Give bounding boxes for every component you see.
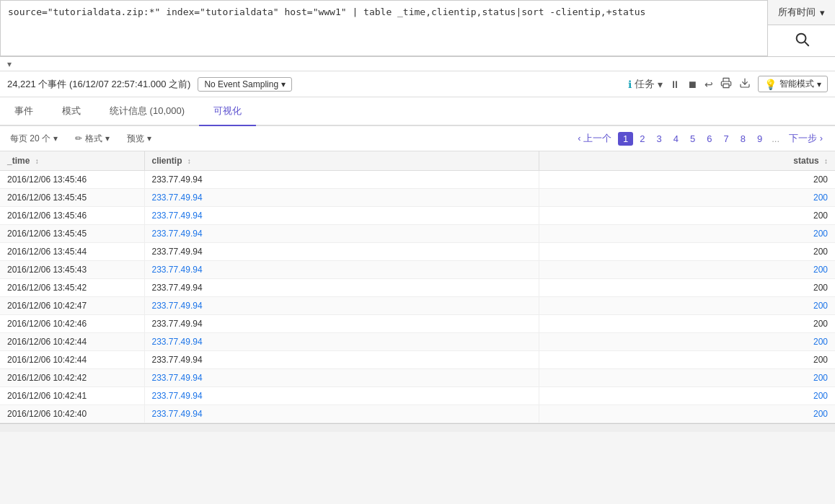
expand-arrow-icon[interactable]: ▾ (7, 59, 12, 69)
download-button[interactable] (739, 77, 751, 91)
cell-clientip: 233.77.49.94 (144, 315, 539, 333)
page-dots: ... (769, 132, 782, 146)
cell-time: 2016/12/06 13:45:44 (0, 243, 144, 261)
cell-status: 200 (539, 207, 835, 225)
cell-status: 200 (539, 261, 835, 279)
print-button[interactable] (720, 77, 732, 91)
page-6-button[interactable]: 6 (702, 132, 717, 146)
cell-clientip[interactable]: 233.77.49.94 (144, 369, 539, 387)
pause-button[interactable]: ⏸ (670, 79, 680, 90)
page-7-button[interactable]: 7 (718, 132, 733, 146)
cell-status: 200 (539, 243, 835, 261)
cell-time: 2016/12/06 13:45:46 (0, 171, 144, 189)
cell-clientip[interactable]: 233.77.49.94 (144, 387, 539, 405)
tab-events[interactable]: 事件 (0, 97, 48, 126)
stop-button[interactable]: ⏹ (687, 79, 697, 90)
tab-visualization[interactable]: 可视化 (199, 97, 256, 126)
status-bar: 24,221 个事件 (16/12/07 22:57:41.000 之前) No… (0, 71, 835, 97)
tasks-chevron-icon: ▾ (658, 79, 663, 90)
bulb-icon: 💡 (764, 79, 777, 90)
preview-button[interactable]: 预览 ▾ (124, 131, 154, 146)
search-button[interactable] (768, 25, 835, 56)
smart-mode-button[interactable]: 💡 智能模式 ▾ (758, 76, 828, 92)
column-header-status[interactable]: status ↕ (539, 151, 835, 171)
time-range-button[interactable]: 所有时间 ▾ (768, 0, 835, 25)
tab-patterns[interactable]: 模式 (48, 97, 95, 126)
format-chevron-icon: ▾ (105, 133, 110, 143)
cell-clientip[interactable]: 233.77.49.94 (144, 333, 539, 351)
cell-clientip: 233.77.49.94 (144, 279, 539, 297)
cell-time: 2016/12/06 13:45:42 (0, 279, 144, 297)
next-page-button[interactable]: 下一步 › (784, 131, 828, 146)
table-row: 2016/12/06 10:42:40233.77.49.94200 (0, 405, 835, 423)
table-row: 2016/12/06 13:45:46233.77.49.94200 (0, 207, 835, 225)
table-row: 2016/12/06 13:45:46233.77.49.94200 (0, 171, 835, 189)
per-page-button[interactable]: 每页 20 个 ▾ (7, 131, 61, 146)
prev-page-button[interactable]: ‹ 上一个 (573, 131, 617, 146)
page-9-button[interactable]: 9 (752, 132, 767, 146)
download-icon (739, 77, 751, 91)
sampling-chevron-icon: ▾ (281, 79, 286, 89)
next-label: 下一步 (789, 133, 817, 143)
cell-status: 200 (539, 171, 835, 189)
page-3-button[interactable]: 3 (652, 132, 667, 146)
cell-time: 2016/12/06 10:42:46 (0, 315, 144, 333)
format-button[interactable]: ✏ 格式 ▾ (72, 131, 112, 146)
cell-clientip[interactable]: 233.77.49.94 (144, 225, 539, 243)
cell-status: 200 (539, 369, 835, 387)
sampling-label: No Event Sampling (204, 79, 278, 89)
event-count: 24,221 个事件 (16/12/07 22:57:41.000 之前) (7, 78, 190, 91)
table-row: 2016/12/06 13:45:42233.77.49.94200 (0, 279, 835, 297)
horizontal-scrollbar[interactable] (0, 423, 835, 432)
cell-clientip[interactable]: 233.77.49.94 (144, 189, 539, 207)
cell-status: 200 (539, 387, 835, 405)
pause-icon: ⏸ (670, 79, 680, 90)
cell-clientip: 233.77.49.94 (144, 351, 539, 369)
cell-status: 200 (539, 315, 835, 333)
cell-clientip: 233.77.49.94 (144, 171, 539, 189)
table-row: 2016/12/06 13:45:45233.77.49.94200 (0, 189, 835, 207)
table-row: 2016/12/06 13:45:45233.77.49.94200 (0, 225, 835, 243)
expand-row: ▾ (0, 57, 835, 71)
clientip-sort-icon: ↕ (187, 157, 191, 165)
info-icon: ℹ (628, 79, 632, 90)
cell-time: 2016/12/06 13:45:45 (0, 189, 144, 207)
svg-rect-2 (723, 84, 729, 87)
cell-time: 2016/12/06 13:45:45 (0, 225, 144, 243)
cell-status: 200 (539, 225, 835, 243)
time-column-label: _time (7, 156, 30, 166)
sampling-button[interactable]: No Event Sampling ▾ (198, 77, 292, 92)
per-page-chevron-icon: ▾ (53, 133, 58, 143)
cell-time: 2016/12/06 13:45:46 (0, 207, 144, 225)
search-input[interactable] (0, 0, 767, 56)
cell-time: 2016/12/06 13:45:43 (0, 261, 144, 279)
page-1-button[interactable]: 1 (618, 132, 633, 146)
table-toolbar: 每页 20 个 ▾ ✏ 格式 ▾ 预览 ▾ ‹ 上一个 1 2 3 4 5 6 … (0, 126, 835, 151)
cell-clientip[interactable]: 233.77.49.94 (144, 405, 539, 423)
table-row: 2016/12/06 10:42:42233.77.49.94200 (0, 369, 835, 387)
tabs-container: 事件 模式 统计信息 (10,000) 可视化 (0, 97, 835, 126)
page-4-button[interactable]: 4 (668, 132, 684, 146)
cell-time: 2016/12/06 10:42:44 (0, 351, 144, 369)
stop-icon: ⏹ (687, 79, 697, 90)
cell-time: 2016/12/06 10:42:42 (0, 369, 144, 387)
share-icon: ↩ (704, 79, 713, 90)
cell-clientip[interactable]: 233.77.49.94 (144, 261, 539, 279)
column-header-time[interactable]: _time ↕ (0, 151, 144, 171)
tab-statistics[interactable]: 统计信息 (10,000) (95, 97, 199, 126)
column-header-clientip[interactable]: clientip ↕ (144, 151, 539, 171)
page-2-button[interactable]: 2 (635, 132, 650, 146)
pagination: ‹ 上一个 1 2 3 4 5 6 7 8 9 ... 下一步 › (573, 131, 828, 146)
time-sort-icon: ↕ (35, 157, 39, 165)
cell-clientip[interactable]: 233.77.49.94 (144, 297, 539, 315)
share-button[interactable]: ↩ (704, 79, 713, 90)
cell-time: 2016/12/06 10:42:44 (0, 333, 144, 351)
status-actions: ℹ 任务 ▾ ⏸ ⏹ ↩ (628, 76, 828, 92)
table-row: 2016/12/06 13:45:43233.77.49.94200 (0, 261, 835, 279)
cell-clientip[interactable]: 233.77.49.94 (144, 207, 539, 225)
prev-icon: ‹ (578, 133, 583, 143)
page-5-button[interactable]: 5 (685, 132, 700, 146)
cell-time: 2016/12/06 10:42:41 (0, 387, 144, 405)
page-8-button[interactable]: 8 (735, 132, 751, 146)
tasks-button[interactable]: ℹ 任务 ▾ (628, 78, 663, 91)
